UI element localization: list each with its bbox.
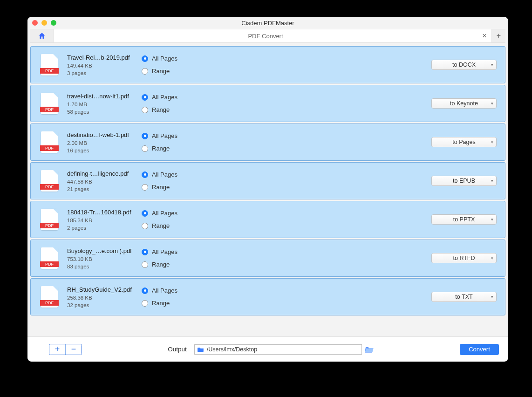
home-icon xyxy=(38,32,46,40)
range-radio[interactable]: Range xyxy=(142,300,244,307)
radio-dot-icon xyxy=(142,261,148,268)
file-pages: 3 pages xyxy=(67,70,137,76)
add-tab-button[interactable]: + xyxy=(491,29,505,42)
convert-button[interactable]: Convert xyxy=(460,344,499,355)
file-row[interactable]: Buyology_…e.com ).pdf 753.10 KB 83 pages… xyxy=(30,240,505,277)
radio-dot-icon xyxy=(142,184,148,191)
file-row[interactable]: travel-dist…now-it1.pdf 1.70 MB 58 pages… xyxy=(30,85,505,122)
all-pages-radio[interactable]: All Pages xyxy=(142,248,244,255)
chevron-down-icon: ▾ xyxy=(491,101,493,106)
radio-dot-icon xyxy=(142,145,148,152)
file-name: travel-dist…now-it1.pdf xyxy=(67,93,137,100)
add-file-button[interactable]: + xyxy=(49,344,65,355)
output-format-select[interactable]: to TXT ▾ xyxy=(431,292,497,302)
chevron-down-icon: ▾ xyxy=(491,178,493,183)
file-name: destinatio…l-web-1.pdf xyxy=(67,131,137,138)
radio-dot-icon xyxy=(142,287,148,294)
output-path-field[interactable]: /Users/lmx/Desktop xyxy=(194,344,362,355)
range-label: Range xyxy=(152,184,170,191)
browse-output-button[interactable] xyxy=(365,346,374,353)
file-row[interactable]: defining-t…lligence.pdf 447.58 KB 21 pag… xyxy=(30,162,505,199)
range-label: Range xyxy=(152,68,170,75)
file-size: 1.70 MB xyxy=(67,102,137,107)
chevron-down-icon: ▾ xyxy=(491,294,493,299)
titlebar: Cisdem PDFMaster xyxy=(27,17,508,29)
chevron-down-icon: ▾ xyxy=(491,62,493,67)
section-title: PDF Convert xyxy=(54,29,477,42)
output-format-select[interactable]: to RTFD ▾ xyxy=(431,253,497,263)
pdf-file-icon xyxy=(41,247,58,269)
range-radio[interactable]: Range xyxy=(142,145,244,152)
radio-dot-icon xyxy=(142,68,148,75)
all-pages-radio[interactable]: All Pages xyxy=(142,94,244,101)
file-pages: 16 pages xyxy=(67,148,137,153)
file-row[interactable]: 180418-Tr…160418.pdf 185.34 KB 2 pages A… xyxy=(30,201,505,238)
file-row[interactable]: Travel-Rei…b-2019.pdf 149.44 KB 3 pages … xyxy=(30,46,505,83)
file-pages: 32 pages xyxy=(67,302,137,308)
home-button[interactable] xyxy=(30,29,54,42)
file-list: Travel-Rei…b-2019.pdf 149.44 KB 3 pages … xyxy=(27,43,508,336)
format-label: to Pages xyxy=(452,139,475,145)
file-name: RH_StudyGuide_V2.pdf xyxy=(67,286,137,293)
radio-dot-icon xyxy=(142,133,148,139)
output-format-select[interactable]: to PPTX ▾ xyxy=(431,214,497,225)
range-radio[interactable]: Range xyxy=(142,106,244,113)
file-pages: 58 pages xyxy=(67,109,137,115)
format-label: to RTFD xyxy=(453,255,475,261)
range-radio[interactable]: Range xyxy=(142,261,244,268)
chevron-down-icon: ▾ xyxy=(491,217,493,222)
all-pages-radio[interactable]: All Pages xyxy=(142,210,244,217)
output-format-select[interactable]: to Pages ▾ xyxy=(431,137,497,147)
range-label: Range xyxy=(152,106,170,113)
file-pages: 21 pages xyxy=(67,186,137,192)
file-size: 753.10 KB xyxy=(67,256,137,262)
toolbar: PDF Convert × + xyxy=(30,29,505,43)
pdf-file-icon xyxy=(41,170,58,192)
radio-dot-icon xyxy=(142,171,148,178)
file-name: Buyology_…e.com ).pdf xyxy=(67,247,137,254)
all-pages-radio[interactable]: All Pages xyxy=(142,171,244,178)
all-pages-label: All Pages xyxy=(152,210,177,217)
format-label: to PPTX xyxy=(453,216,475,223)
format-label: to DOCX xyxy=(452,62,476,68)
close-tab-button[interactable]: × xyxy=(477,29,491,42)
all-pages-label: All Pages xyxy=(152,171,177,178)
file-row[interactable]: RH_StudyGuide_V2.pdf 258.36 KB 32 pages … xyxy=(30,278,505,315)
range-label: Range xyxy=(152,145,170,152)
range-label: Range xyxy=(152,222,170,229)
pdf-file-icon xyxy=(41,286,58,308)
output-format-select[interactable]: to EPUB ▾ xyxy=(431,176,497,186)
range-radio[interactable]: Range xyxy=(142,222,244,229)
radio-dot-icon xyxy=(142,300,148,307)
window-title: Cisdem PDFMaster xyxy=(27,20,508,27)
remove-file-button[interactable]: − xyxy=(66,344,82,355)
range-radio[interactable]: Range xyxy=(142,68,244,75)
range-label: Range xyxy=(152,261,170,268)
file-pages: 83 pages xyxy=(67,264,137,269)
file-size: 447.58 KB xyxy=(67,179,137,185)
output-path-text: /Users/lmx/Desktop xyxy=(207,346,257,353)
file-size: 185.34 KB xyxy=(67,218,137,223)
file-row[interactable]: destinatio…l-web-1.pdf 2.00 MB 16 pages … xyxy=(30,123,505,161)
range-radio[interactable]: Range xyxy=(142,184,244,191)
output-label: Output xyxy=(168,346,187,353)
file-name: 180418-Tr…160418.pdf xyxy=(67,209,137,216)
file-name: Travel-Rei…b-2019.pdf xyxy=(67,54,137,61)
footer-bar: + − Output /Users/lmx/Desktop Convert xyxy=(27,336,508,362)
pdf-file-icon xyxy=(41,93,58,114)
all-pages-radio[interactable]: All Pages xyxy=(142,287,244,294)
all-pages-radio[interactable]: All Pages xyxy=(142,132,244,139)
output-format-select[interactable]: to Keynote ▾ xyxy=(431,98,497,109)
output-format-select[interactable]: to DOCX ▾ xyxy=(431,60,497,70)
chevron-down-icon: ▾ xyxy=(491,140,493,144)
all-pages-radio[interactable]: All Pages xyxy=(142,55,244,62)
all-pages-label: All Pages xyxy=(152,132,177,139)
add-remove-group: + − xyxy=(49,344,82,355)
file-size: 149.44 KB xyxy=(67,63,137,68)
app-window: Cisdem PDFMaster PDF Convert × + Travel-… xyxy=(27,17,508,362)
file-size: 2.00 MB xyxy=(67,140,137,146)
all-pages-label: All Pages xyxy=(152,248,177,255)
radio-dot-icon xyxy=(142,223,148,229)
pdf-file-icon xyxy=(41,131,58,153)
format-label: to EPUB xyxy=(453,178,475,184)
